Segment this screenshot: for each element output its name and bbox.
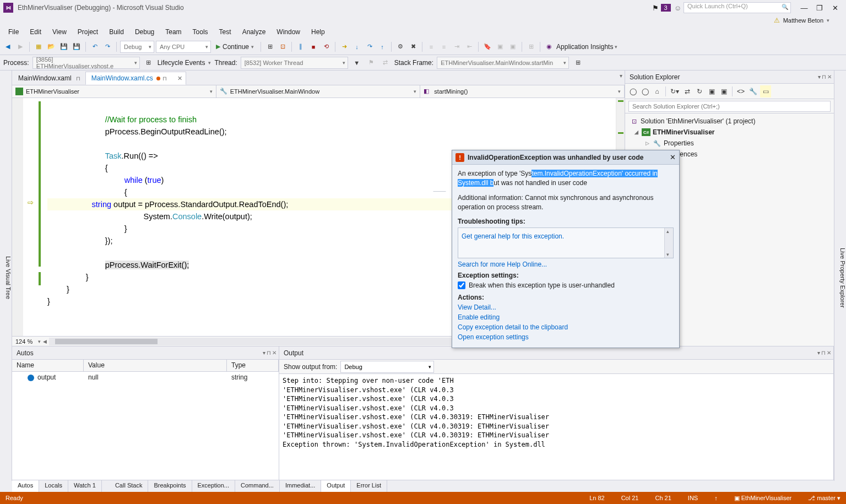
showall-icon[interactable]: ▣ [706,85,717,97]
account-name[interactable]: Matthew Beton [783,17,823,24]
comment-button[interactable]: ≡ [426,41,437,53]
solution-explorer-title[interactable]: Solution Explorer ▾ ⊓ ✕ [625,71,834,84]
uncomment-button[interactable]: ≡ [438,41,449,53]
nav-fwd-button[interactable]: ▶ [15,41,26,53]
menu-edit[interactable]: Edit [25,26,46,37]
toolbar-btn-5[interactable]: ▣ [495,41,506,53]
tabs-dropdown-icon[interactable]: ▾ [620,73,622,79]
feedback-icon[interactable]: ☺ [674,4,681,12]
lifecycle-label[interactable]: Lifecycle Events [158,59,205,67]
tab-mainwindow-xaml-cs[interactable]: MainWindow.xaml.cs ⊓ ✕ [85,72,186,85]
action-copy-detail[interactable]: Copy exception detail to the clipboard [458,323,674,331]
properties-icon[interactable]: 🔧 [747,85,759,97]
output-title[interactable]: Output ▾⊓✕ [279,346,833,360]
tab-exception[interactable]: Exception... [192,480,235,492]
notifications-badge[interactable]: 3 [661,4,671,12]
menu-test[interactable]: Test [214,26,236,37]
back-icon[interactable]: ◯ [627,85,638,97]
menu-tools[interactable]: Tools [188,26,213,37]
live-visual-tree-tab[interactable]: Live Visual Tree [0,71,12,481]
insights-icon[interactable]: ◉ [544,41,555,53]
menu-help[interactable]: Help [306,26,330,37]
menu-team[interactable]: Team [160,26,186,37]
flag-icon[interactable]: ⚑ [366,57,377,69]
toolbar-btn-2[interactable]: ⊡ [277,41,288,53]
toolbar-overflow[interactable]: ⊞ [572,57,583,69]
nav-class-combo[interactable]: 🔧 ETHMinerVisualiser.MainWindow [216,85,421,97]
close-icon[interactable]: ✕ [827,74,832,80]
filter-icon[interactable]: ▼ [351,57,362,69]
stop-button[interactable]: ■ [308,41,319,53]
tab-locals[interactable]: Locals [39,480,68,492]
action-enable-editing[interactable]: Enable editing [458,313,674,321]
bookmark-button[interactable]: 🔖 [482,41,493,53]
collapse-icon[interactable]: ▣ [718,85,729,97]
save-all-button[interactable]: 💾 [71,41,82,53]
expand-icon[interactable]: ▷ [644,140,650,146]
live-property-explorer-tab[interactable]: Live Property Explorer [834,71,846,481]
process-combo[interactable]: [3856] ETHMinerVisualiser.vshost.e [32,57,140,69]
status-publish-icon[interactable]: ↑ [714,495,718,501]
threads-icon[interactable]: ⇄ [380,57,391,69]
save-button[interactable]: 💾 [58,41,69,53]
editor-margin[interactable]: ⇨ [12,98,43,336]
tab-autos[interactable]: Autos [12,480,39,492]
output-text[interactable]: Step into: Stepping over non-user code '… [279,374,833,481]
exception-header[interactable]: ! InvalidOperationException was unhandle… [452,150,679,165]
menu-window[interactable]: Window [272,26,305,37]
refresh-icon[interactable]: ↻▾ [669,85,681,97]
fwd-icon[interactable]: ◯ [639,85,650,97]
toolbar-btn-6[interactable]: ▣ [507,41,518,53]
continue-button[interactable]: ▶ Continue ▾ [213,41,257,53]
break-all-button[interactable]: ∥ [295,41,306,53]
step-into-button[interactable]: ↓ [351,41,362,53]
status-branch[interactable]: master [817,495,836,501]
menu-project[interactable]: Project [73,26,103,37]
tips-box[interactable]: Get general help for this exception. ▴ ▾ [458,227,674,258]
tab-immediate[interactable]: Immediat... [280,480,321,492]
exception-close-button[interactable]: ✕ [670,153,676,161]
pin-icon[interactable]: ⊓ [76,75,80,82]
restart-button[interactable]: ⟲ [321,41,332,53]
autos-title[interactable]: Autos ▾⊓✕ [12,346,279,360]
menu-build[interactable]: Build [104,26,129,37]
redo-button[interactable]: ↷ [102,41,113,53]
tips-scrollbar[interactable]: ▴ ▾ [664,228,673,258]
thread-combo[interactable]: [8532] Worker Thread [241,57,348,69]
sync-icon[interactable]: ⇄ [682,85,693,97]
nav-project-combo[interactable]: ETHMinerVisualiser [12,85,216,97]
minimize-button[interactable]: — [796,4,812,12]
lifecycle-icon[interactable]: ⊞ [143,57,154,69]
tab-watch1[interactable]: Watch 1 [68,480,102,492]
col-value[interactable]: Value [84,360,227,371]
properties-node[interactable]: ▷ 🔧 Properties [625,138,834,149]
action-view-detail[interactable]: View Detail... [458,304,674,311]
outdent-button[interactable]: ⇤ [464,41,475,53]
tab-callstack[interactable]: Call Stack [110,480,149,492]
close-tab-icon[interactable]: ✕ [177,75,182,82]
open-button[interactable]: 📂 [46,41,57,53]
search-online-link[interactable]: Search for more Help Online... [458,261,674,268]
output-from-combo[interactable]: Debug [340,361,434,373]
new-project-button[interactable]: ▦ [33,41,44,53]
expand-icon[interactable]: ◢ [633,129,639,135]
platform-combo[interactable]: Any CPU [156,41,211,53]
stackframe-combo[interactable]: ETHMinerVisualiser.MainWindow.startMin [437,57,569,69]
menu-view[interactable]: View [47,26,72,37]
project-node[interactable]: ◢ C# ETHMinerVisualiser [625,127,834,138]
insights-label[interactable]: Application Insights [556,43,613,51]
indent-button[interactable]: ⇥ [451,41,462,53]
col-name[interactable]: Name [12,360,84,371]
break-checkbox[interactable] [458,281,465,289]
quick-launch-input[interactable]: Quick Launch (Ctrl+Q) [684,2,791,13]
pin-icon[interactable]: ⊓ [822,74,826,80]
tip-link[interactable]: Get general help for this exception. [462,232,670,240]
close-button[interactable]: ✕ [827,4,843,12]
autos-grid[interactable]: Name Value Type output null string [12,360,279,481]
toolbar-btn-4[interactable]: ✖ [408,41,419,53]
action-open-settings[interactable]: Open exception settings [458,333,674,341]
window-position-icon[interactable]: ▾ [818,74,821,80]
configuration-combo[interactable]: Debug [120,41,154,53]
tab-breakpoints[interactable]: Breakpoints [148,480,192,492]
pin-icon[interactable]: ⊓ [162,75,167,82]
